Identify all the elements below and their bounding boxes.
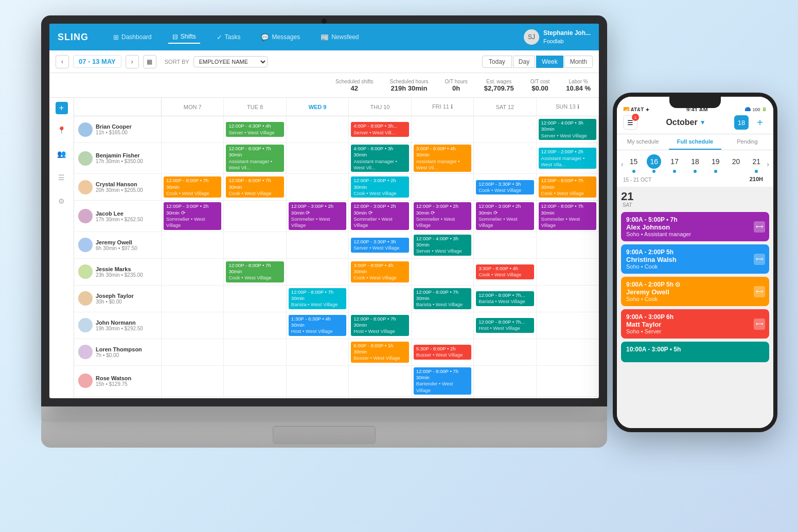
shift-block[interactable]: 12:00P - 4:00P • 3h 30minServer • West V… [414, 235, 471, 256]
day-view-button[interactable]: Day [513, 56, 535, 68]
shift-cell-mon [162, 339, 224, 365]
shift-block[interactable]: 12:00P - 4:30P • 4hServer • West Village [226, 122, 283, 137]
week-day-15[interactable]: 15 [627, 154, 641, 174]
tab-my-schedule[interactable]: My schedule [617, 134, 669, 150]
shift-cell-wed [287, 232, 349, 258]
today-button[interactable]: Today [482, 56, 512, 68]
tab-full-schedule[interactable]: Full schedule [669, 134, 721, 150]
employee-details: Brian Cooper 11h • $165.00 [96, 123, 132, 135]
shift-block[interactable]: 6:00P - 8:00P • 1h 30minBusser • West Vi… [351, 342, 409, 363]
shift-block[interactable]: 12:00P - 3:00P • 2h 30min ⟳Sommelier • W… [476, 202, 534, 229]
shift-block[interactable]: 4:00P - 8:00P • 3h...Server • West Vill.… [351, 122, 409, 137]
shift-action-icon[interactable]: ⟷ [754, 221, 765, 233]
calendar-icon[interactable]: 18 [734, 115, 749, 130]
filter-button[interactable]: ☰ 1 [623, 115, 637, 130]
list-icon[interactable]: ☰ [54, 170, 69, 185]
filter-icon[interactable]: ⚙ [54, 193, 69, 209]
list-item[interactable]: 10:00A - 3:00P • 5h [621, 342, 769, 362]
month-view-button[interactable]: Month [564, 56, 593, 68]
shift-block[interactable]: 1:30P - 6:30P • 4h 30minHost • West Vill… [289, 315, 346, 336]
next-week-button[interactable]: › [126, 55, 139, 68]
shift-block[interactable]: 12:00P - 3:00P • 2h 30minCook • West Vil… [351, 176, 409, 198]
list-item[interactable]: 9:00A - 3:00P 6h Matt Taylor Soho • Serv… [621, 309, 769, 339]
shift-cell-sun: 12:00P - 2:00P • 2hAssistant manager • W… [537, 143, 599, 173]
employee-info-cell: Loren Thompson 7h • $0.00 [74, 339, 162, 365]
dropdown-arrow-icon: ▼ [700, 119, 706, 126]
avatar: SJ [524, 29, 539, 45]
nav-dashboard[interactable]: ⊞ Dashboard [109, 31, 156, 43]
add-shift-mobile-button[interactable]: + [753, 115, 767, 130]
trackpad[interactable] [273, 426, 376, 444]
shift-block[interactable]: 12:00P - 8:00P • 7h 30minAssistant manag… [226, 145, 283, 172]
nav-newsfeed[interactable]: 📰 Newsfeed [316, 31, 363, 43]
add-shift-button[interactable]: + [56, 102, 68, 114]
shift-cell-sun: 12:00P - 4:00P • 3h 30minServer • West V… [537, 116, 599, 143]
shift-block[interactable]: 12:00P - 8:00P • 7h 30minBartender • Wes… [414, 367, 471, 395]
week-day-19[interactable]: 19 [708, 154, 723, 174]
shift-block[interactable]: 12:00P - 3:00P • 2h 30min ⟳Sommelier • W… [351, 202, 409, 229]
shift-block[interactable]: 12:00P - 8:00P • 7h 30minHost • West Vil… [351, 315, 409, 336]
shift-block[interactable]: 3:00P - 8:00P • 4h 30minCook • West Vill… [351, 261, 409, 282]
shift-block[interactable]: 12:00P - 8:00P • 7h...Barista • West Vil… [476, 291, 534, 306]
employee-info-cell: John Normann 19h 30min • $292.50 [74, 312, 162, 339]
shift-block[interactable]: 12:00P - 8:00P • 7h 30minSommelier • Wes… [539, 202, 596, 229]
calendar-view-button[interactable]: ▦ [143, 55, 156, 68]
employee-info-cell: Jacob Lee 17h 30min • $262.50 [74, 201, 162, 231]
list-item[interactable]: 9:00A - 2:00P 5h Christina Walsh Soho • … [621, 244, 769, 274]
shift-block[interactable]: 12:00P - 4:00P • 3h 30minServer • West V… [539, 119, 596, 140]
phone-body: 📶 AT&T ✦ 9:41 AM 🔵 100 🔋 ☰ 1 October ▼ [613, 93, 777, 432]
people-icon[interactable]: 👥 [54, 146, 69, 162]
employee-hours: 11h • $165.00 [96, 130, 132, 135]
nav-messages[interactable]: 💬 Messages [257, 31, 304, 43]
shift-block[interactable]: 12:00P - 2:00P • 2hAssistant manager • W… [539, 148, 596, 169]
shift-block[interactable]: 12:00P - 8:00P • 7h 30minCook • West Vil… [226, 176, 283, 198]
nav-shifts[interactable]: ⊟ Shifts [168, 31, 200, 44]
shift-block[interactable]: 12:00P - 3:00P • 2h 30min ⟳Sommelier • W… [164, 202, 221, 229]
shift-cell-fri: 3:00P - 8:00P • 4h 30minAssistant manage… [412, 143, 474, 173]
shift-block[interactable]: 12:00P - 8:00P • 7h...Host • West Villag… [476, 318, 534, 333]
shift-block[interactable]: 3:00P - 8:00P • 4h 30minAssistant manage… [414, 145, 471, 172]
employee-details: Jessie Marks 23h 30min • $235.00 [96, 266, 143, 278]
week-view-button[interactable]: Week [536, 56, 563, 68]
shift-block[interactable]: 12:00P - 8:00P • 7h 30minBarista • West … [414, 288, 471, 309]
shift-action-icon[interactable]: ⟷ [754, 286, 765, 297]
shift-cell-sun [537, 339, 599, 365]
shift-block[interactable]: 5:30P - 8:00P • 2hBusser • West Village [414, 345, 471, 360]
shift-block[interactable]: 3:30P - 8:00P • 4hCook • West Village [476, 264, 534, 279]
next-week-mobile-button[interactable]: › [767, 160, 769, 168]
week-day-16[interactable]: 16 [647, 154, 661, 174]
shift-block[interactable]: 12:00P - 3:00P • 2h 30min ⟳Sommelier • W… [414, 202, 471, 229]
list-item[interactable]: 9:00A - 5:00P • 7h Alex Johnson Soho • A… [621, 212, 769, 241]
shift-block[interactable]: 12:00P - 8:00P • 7h 30minCook • West Vil… [164, 176, 221, 198]
sort-select[interactable]: EMPLOYEE NAME [193, 56, 268, 67]
week-day-17[interactable]: 17 [667, 154, 682, 174]
ot-cost-label: O/T cost [530, 79, 550, 84]
shift-action-icon[interactable]: ⟷ [754, 254, 765, 265]
week-navigation: ‹ 15 16 17 [619, 154, 771, 174]
shift-block[interactable]: 4:00P - 8:00P • 3h 30minAssistant manage… [351, 145, 409, 172]
list-item[interactable]: 9:00A - 2:00P 5h ⊙ Jeremy Owell Soho • C… [621, 277, 769, 306]
shift-block[interactable]: 12:00P - 8:00P • 7h 30minBarista • West … [289, 288, 346, 309]
schedule-toolbar: ‹ 07 - 13 MAY › ▦ SORT BY EMPLOYEE NAME … [49, 50, 599, 73]
employee-hours: 17h 30min • $262.50 [96, 217, 143, 222]
shift-cell-mon [162, 143, 224, 173]
shift-block[interactable]: 12:00P - 8:00P • 7h 30minCook • West Vil… [539, 176, 596, 198]
location-icon[interactable]: 📍 [54, 122, 69, 138]
week-day-21[interactable]: 21 [749, 154, 764, 174]
shift-block[interactable]: 12:00P - 3:30P • 3hServer • West Village [351, 238, 409, 253]
shift-cell-wed: 1:30P - 6:30P • 4h 30minHost • West Vill… [287, 312, 349, 339]
month-selector[interactable]: October ▼ [666, 118, 705, 127]
shift-block[interactable]: 12:00P - 3:30P • 3hCook • West Village [476, 180, 534, 195]
prev-week-button[interactable]: ‹ [56, 55, 69, 68]
day-dot [673, 170, 676, 173]
shift-block[interactable]: 12:00P - 3:00P • 2h 30min ⟳Sommelier • W… [289, 202, 346, 229]
day-number: 17 [667, 154, 682, 169]
tab-pending[interactable]: Pending [721, 134, 773, 150]
nav-tasks[interactable]: ✓ Tasks [212, 31, 245, 43]
ot-hours-value: 0h [445, 84, 468, 92]
week-day-18[interactable]: 18 [688, 154, 702, 174]
shift-block[interactable]: 12:00P - 8:00P • 7h 30minCook • West Vil… [226, 261, 283, 282]
est-wages-label: Est. wages [484, 79, 514, 84]
shift-action-icon[interactable]: ⟷ [754, 318, 765, 330]
week-day-20[interactable]: 20 [729, 154, 743, 174]
